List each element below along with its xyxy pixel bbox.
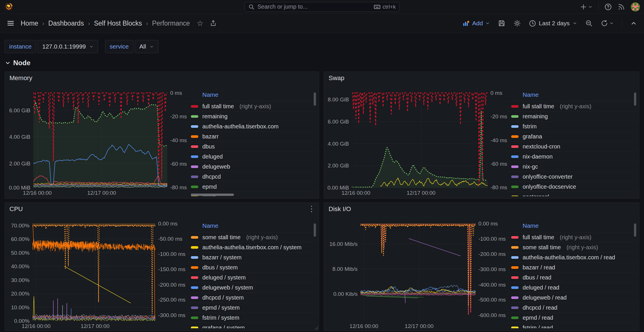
legend-name-header[interactable]: Name (508, 222, 637, 232)
swap-chart[interactable]: 8.00 GiB6.00 GiB4.00 GiB2.00 GiB0.00 MiB… (327, 84, 508, 196)
legend-item[interactable]: onlyoffice-converter (508, 171, 637, 182)
legend-item[interactable]: dhcpcd / system (187, 292, 317, 302)
legend-item[interactable]: authelia-authelia.tiserbox.com / read (508, 252, 637, 262)
legend-vertical-scrollbar[interactable] (634, 92, 636, 106)
legend-item[interactable]: full stall time (right y-axis) (187, 101, 317, 111)
series-label: grafana (523, 133, 542, 140)
row-node-toggle[interactable]: Node (5, 59, 639, 67)
breadcrumb-item[interactable]: Self Host Blocks (94, 20, 142, 27)
legend-item[interactable]: epmd / system (187, 302, 317, 312)
legend-item[interactable]: epmd (187, 182, 317, 192)
mega-menu-toggle-icon[interactable] (7, 20, 14, 27)
disk-io-chart[interactable]: 16.00 Mib/s8.00 Mib/s0.00 Kib/s0.00 ms-1… (327, 215, 508, 328)
legend-item[interactable]: dhcpcd (187, 171, 317, 182)
variable-value-dropdown[interactable]: 127.0.0.1:19999 (38, 40, 98, 53)
legend-item[interactable]: nix-daemon (508, 151, 637, 161)
keyboard-icon (374, 3, 381, 10)
variable-label[interactable]: service (105, 40, 133, 53)
panel-title[interactable]: CPU (5, 203, 319, 215)
variable-value-dropdown[interactable]: All (135, 40, 158, 53)
legend-item[interactable]: delugeweb (187, 161, 317, 171)
legend-name-header[interactable]: Name (508, 91, 637, 101)
legend-name-header[interactable]: Name (187, 222, 317, 232)
search-input[interactable]: Search or jump to... ctrl+k (245, 2, 399, 12)
legend-item[interactable]: delugeweb / system (187, 282, 317, 292)
legend-item[interactable]: dbus / system (187, 262, 317, 272)
series-color-pill (511, 125, 519, 128)
legend-item[interactable]: authelia-authelia.tiserbox.com / system (187, 242, 317, 252)
legend-item[interactable]: grafana / system (187, 323, 317, 328)
legend-item[interactable]: dbus / read (508, 272, 637, 282)
new-button[interactable] (580, 3, 593, 10)
favorite-star-icon[interactable]: ☆ (197, 19, 203, 28)
search-shortcut: ctrl+k (374, 3, 396, 10)
panel-resize-handle[interactable] (315, 326, 318, 330)
panel-title[interactable]: Disk I/O (324, 203, 639, 215)
legend-item[interactable]: fstrim / read (508, 323, 637, 328)
legend-item[interactable]: deluged / read (508, 282, 637, 292)
svg-text:8.00 GiB: 8.00 GiB (328, 96, 349, 103)
legend-item[interactable]: dbus (187, 141, 317, 151)
zoom-out-icon[interactable] (585, 20, 593, 27)
time-range-picker[interactable]: Last 2 days (529, 20, 577, 27)
breadcrumb-item[interactable]: Dashboards (48, 20, 84, 27)
legend-item[interactable]: nextcloud-cron (508, 141, 637, 151)
legend-vertical-scrollbar[interactable] (634, 223, 636, 237)
legend-item[interactable]: delugeweb / read (508, 292, 637, 302)
legend-item[interactable]: remaining (187, 111, 317, 121)
panel-menu-icon[interactable]: ⋮ (308, 205, 315, 213)
legend-item[interactable]: onlyoffice-docservice (508, 182, 637, 192)
legend-item[interactable]: fstrim (508, 121, 637, 131)
legend-item[interactable]: deluged / system (187, 272, 317, 282)
user-avatar[interactable] (631, 2, 640, 11)
series-label: epmd / read (523, 314, 553, 321)
legend-item[interactable]: full stall time (right y-axis) (508, 101, 637, 111)
panel-title[interactable]: Memory (5, 72, 319, 84)
svg-text:-500.00 ms: -500.00 ms (478, 297, 506, 303)
legend-item[interactable]: nix-gc (508, 161, 637, 171)
legend-item[interactable]: remaining (508, 111, 637, 121)
legend-item[interactable]: authelia-authelia.tiserbox.com (187, 121, 317, 131)
save-dashboard-icon[interactable] (498, 20, 505, 27)
legend-item[interactable]: postgresql (508, 192, 637, 196)
collapse-topbar-icon[interactable] (630, 20, 637, 27)
legend-item[interactable]: bazarr (187, 131, 317, 141)
breadcrumb-item[interactable]: Home (21, 20, 38, 27)
series-color-pill (191, 125, 198, 128)
legend-item[interactable]: some stall time (right y-axis) (187, 232, 317, 242)
top-bar: Search or jump to... ctrl+k (0, 0, 644, 14)
memory-legend: Name full stall time (right y-axis)remai… (187, 84, 317, 196)
series-label: nextcloud-cron (523, 143, 560, 150)
legend-item[interactable]: full stall time (right y-axis) (508, 232, 637, 242)
cpu-chart[interactable]: 70.00%60.00%50.00%40.00%30.00%20.00%10.0… (8, 215, 187, 328)
series-label: bazarr (202, 133, 219, 140)
legend-item[interactable]: grafana (508, 131, 637, 141)
legend-item[interactable]: some stall time (right y-axis) (508, 242, 637, 252)
refresh-button[interactable] (601, 20, 614, 27)
legend-item[interactable]: dhcpcd / read (508, 302, 637, 312)
series-color-pill (191, 155, 198, 158)
legend-rows: full stall time (right y-axis)remainingf… (508, 101, 637, 196)
memory-chart[interactable]: 6.00 GiB4.00 GiB2.00 GiB0.00 MiB0 ms-20 … (8, 84, 187, 196)
svg-text:4.00 GiB: 4.00 GiB (9, 134, 30, 140)
svg-text:6.00 GiB: 6.00 GiB (9, 107, 30, 113)
legend-item[interactable]: fstrim / system (187, 312, 317, 323)
news-button[interactable] (618, 3, 625, 11)
help-button[interactable] (604, 3, 612, 11)
panel-title[interactable]: Swap (324, 72, 639, 84)
legend-item[interactable]: bazarr / system (187, 252, 317, 262)
series-label: dbus (202, 143, 215, 150)
grafana-logo-icon[interactable] (4, 2, 14, 12)
variable-label[interactable]: instance (5, 40, 36, 53)
legend-item[interactable]: deluged (187, 151, 317, 161)
add-panel-button[interactable]: Add (462, 20, 490, 27)
legend-vertical-scrollbar[interactable] (314, 223, 316, 237)
legend-horizontal-scrollbar[interactable] (191, 194, 234, 196)
share-icon[interactable] (210, 20, 217, 27)
legend-item[interactable]: bazarr / read (508, 262, 637, 272)
legend-item[interactable]: epmd / read (508, 312, 637, 323)
dashboard-settings-icon[interactable] (513, 20, 521, 27)
legend-name-header[interactable]: Name (187, 91, 317, 101)
legend-vertical-scrollbar[interactable] (314, 92, 316, 106)
svg-text:60.00%: 60.00% (11, 236, 30, 242)
